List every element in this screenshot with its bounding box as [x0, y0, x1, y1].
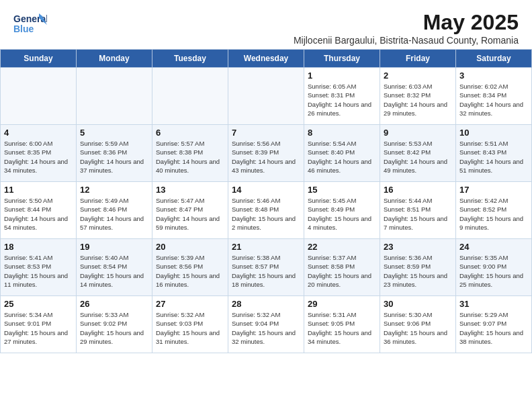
calendar-day-cell: 8Sunrise: 5:54 AMSunset: 8:40 PMDaylight… — [304, 125, 380, 182]
day-number: 3 — [459, 71, 528, 81]
weekday-header-row: SundayMondayTuesdayWednesdayThursdayFrid… — [1, 50, 532, 68]
page-header: General Blue May 2025 Mijlocenii Bargaul… — [0, 0, 532, 49]
calendar-week-row: 11Sunrise: 5:50 AMSunset: 8:44 PMDayligh… — [1, 182, 532, 239]
day-info: Sunrise: 6:02 AMSunset: 8:34 PMDaylight:… — [459, 82, 528, 118]
day-number: 22 — [308, 242, 376, 252]
calendar-table: SundayMondayTuesdayWednesdayThursdayFrid… — [0, 49, 532, 353]
day-number: 24 — [459, 242, 528, 252]
day-info: Sunrise: 5:31 AMSunset: 9:05 PMDaylight:… — [308, 310, 376, 346]
calendar-day-cell: 20Sunrise: 5:39 AMSunset: 8:56 PMDayligh… — [152, 239, 228, 296]
day-number: 20 — [156, 242, 224, 252]
calendar-day-cell: 14Sunrise: 5:46 AMSunset: 8:48 PMDayligh… — [228, 182, 304, 239]
day-number: 23 — [384, 242, 452, 252]
day-info: Sunrise: 5:56 AMSunset: 8:39 PMDaylight:… — [232, 139, 300, 175]
day-number: 26 — [80, 299, 148, 309]
calendar-day-cell: 10Sunrise: 5:51 AMSunset: 8:43 PMDayligh… — [456, 125, 532, 182]
calendar-day-cell: 27Sunrise: 5:32 AMSunset: 9:03 PMDayligh… — [152, 296, 228, 353]
day-number: 17 — [459, 185, 528, 195]
calendar-day-cell: 21Sunrise: 5:38 AMSunset: 8:57 PMDayligh… — [228, 239, 304, 296]
calendar-day-cell: 12Sunrise: 5:49 AMSunset: 8:46 PMDayligh… — [77, 182, 152, 239]
day-number: 28 — [232, 299, 300, 309]
day-info: Sunrise: 5:29 AMSunset: 9:07 PMDaylight:… — [459, 310, 528, 346]
calendar-day-cell — [228, 68, 304, 125]
day-info: Sunrise: 5:54 AMSunset: 8:40 PMDaylight:… — [308, 139, 376, 175]
day-info: Sunrise: 6:00 AMSunset: 8:35 PMDaylight:… — [4, 139, 73, 175]
day-info: Sunrise: 5:36 AMSunset: 8:59 PMDaylight:… — [384, 253, 452, 289]
calendar-day-cell: 25Sunrise: 5:34 AMSunset: 9:01 PMDayligh… — [1, 296, 77, 353]
day-info: Sunrise: 5:50 AMSunset: 8:44 PMDaylight:… — [4, 196, 73, 232]
day-info: Sunrise: 5:33 AMSunset: 9:02 PMDaylight:… — [80, 310, 148, 346]
calendar-day-cell — [1, 68, 77, 125]
calendar-day-cell — [152, 68, 228, 125]
calendar-day-cell: 17Sunrise: 5:42 AMSunset: 8:52 PMDayligh… — [456, 182, 532, 239]
svg-text:Blue: Blue — [13, 24, 34, 34]
calendar-day-cell: 19Sunrise: 5:40 AMSunset: 8:54 PMDayligh… — [77, 239, 152, 296]
calendar-day-cell: 1Sunrise: 6:05 AMSunset: 8:31 PMDaylight… — [304, 68, 380, 125]
day-number: 19 — [80, 242, 148, 252]
day-number: 18 — [4, 242, 73, 252]
day-info: Sunrise: 5:47 AMSunset: 8:47 PMDaylight:… — [156, 196, 224, 232]
calendar-day-cell: 26Sunrise: 5:33 AMSunset: 9:02 PMDayligh… — [77, 296, 152, 353]
day-info: Sunrise: 5:53 AMSunset: 8:42 PMDaylight:… — [384, 139, 452, 175]
weekday-header: Wednesday — [228, 50, 304, 68]
weekday-header: Saturday — [456, 50, 532, 68]
calendar-day-cell: 31Sunrise: 5:29 AMSunset: 9:07 PMDayligh… — [456, 296, 532, 353]
day-number: 27 — [156, 299, 224, 309]
calendar-day-cell: 11Sunrise: 5:50 AMSunset: 8:44 PMDayligh… — [1, 182, 77, 239]
day-info: Sunrise: 5:45 AMSunset: 8:49 PMDaylight:… — [308, 196, 376, 232]
day-number: 29 — [308, 299, 376, 309]
calendar-day-cell: 29Sunrise: 5:31 AMSunset: 9:05 PMDayligh… — [304, 296, 380, 353]
day-number: 8 — [308, 128, 376, 138]
calendar-week-row: 4Sunrise: 6:00 AMSunset: 8:35 PMDaylight… — [1, 125, 532, 182]
day-number: 25 — [4, 299, 73, 309]
day-info: Sunrise: 6:03 AMSunset: 8:32 PMDaylight:… — [384, 82, 452, 118]
calendar-day-cell: 16Sunrise: 5:44 AMSunset: 8:51 PMDayligh… — [380, 182, 456, 239]
day-number: 13 — [156, 185, 224, 195]
calendar-day-cell: 2Sunrise: 6:03 AMSunset: 8:32 PMDaylight… — [380, 68, 456, 125]
logo-icon: General Blue — [13, 10, 47, 37]
day-number: 14 — [232, 185, 300, 195]
weekday-header: Thursday — [304, 50, 380, 68]
calendar-day-cell: 3Sunrise: 6:02 AMSunset: 8:34 PMDaylight… — [456, 68, 532, 125]
calendar-day-cell: 13Sunrise: 5:47 AMSunset: 8:47 PMDayligh… — [152, 182, 228, 239]
calendar-day-cell: 4Sunrise: 6:00 AMSunset: 8:35 PMDaylight… — [1, 125, 77, 182]
title-section: May 2025 Mijlocenii Bargaului, Bistrita-… — [294, 10, 519, 46]
day-info: Sunrise: 5:51 AMSunset: 8:43 PMDaylight:… — [459, 139, 528, 175]
calendar-week-row: 1Sunrise: 6:05 AMSunset: 8:31 PMDaylight… — [1, 68, 532, 125]
day-number: 15 — [308, 185, 376, 195]
day-info: Sunrise: 5:57 AMSunset: 8:38 PMDaylight:… — [156, 139, 224, 175]
day-info: Sunrise: 5:30 AMSunset: 9:06 PMDaylight:… — [384, 310, 452, 346]
weekday-header: Friday — [380, 50, 456, 68]
day-number: 12 — [80, 185, 148, 195]
location-subtitle: Mijlocenii Bargaului, Bistrita-Nasaud Co… — [294, 35, 519, 46]
day-number: 9 — [384, 128, 452, 138]
day-info: Sunrise: 5:34 AMSunset: 9:01 PMDaylight:… — [4, 310, 73, 346]
day-number: 1 — [308, 71, 376, 81]
calendar-day-cell: 18Sunrise: 5:41 AMSunset: 8:53 PMDayligh… — [1, 239, 77, 296]
logo: General Blue — [13, 10, 47, 37]
day-number: 4 — [4, 128, 73, 138]
calendar-day-cell: 9Sunrise: 5:53 AMSunset: 8:42 PMDaylight… — [380, 125, 456, 182]
day-info: Sunrise: 5:35 AMSunset: 9:00 PMDaylight:… — [459, 253, 528, 289]
day-number: 2 — [384, 71, 452, 81]
day-number: 6 — [156, 128, 224, 138]
day-info: Sunrise: 5:40 AMSunset: 8:54 PMDaylight:… — [80, 253, 148, 289]
calendar-day-cell: 24Sunrise: 5:35 AMSunset: 9:00 PMDayligh… — [456, 239, 532, 296]
day-info: Sunrise: 5:32 AMSunset: 9:03 PMDaylight:… — [156, 310, 224, 346]
month-title: May 2025 — [294, 10, 519, 35]
day-number: 21 — [232, 242, 300, 252]
day-number: 5 — [80, 128, 148, 138]
calendar-day-cell: 28Sunrise: 5:32 AMSunset: 9:04 PMDayligh… — [228, 296, 304, 353]
weekday-header: Sunday — [1, 50, 77, 68]
day-number: 30 — [384, 299, 452, 309]
day-number: 16 — [384, 185, 452, 195]
calendar-day-cell: 22Sunrise: 5:37 AMSunset: 8:58 PMDayligh… — [304, 239, 380, 296]
day-number: 10 — [459, 128, 528, 138]
calendar-day-cell: 6Sunrise: 5:57 AMSunset: 8:38 PMDaylight… — [152, 125, 228, 182]
day-info: Sunrise: 5:39 AMSunset: 8:56 PMDaylight:… — [156, 253, 224, 289]
calendar-week-row: 18Sunrise: 5:41 AMSunset: 8:53 PMDayligh… — [1, 239, 532, 296]
calendar-week-row: 25Sunrise: 5:34 AMSunset: 9:01 PMDayligh… — [1, 296, 532, 353]
calendar-day-cell: 5Sunrise: 5:59 AMSunset: 8:36 PMDaylight… — [77, 125, 152, 182]
calendar-day-cell — [77, 68, 152, 125]
day-info: Sunrise: 5:49 AMSunset: 8:46 PMDaylight:… — [80, 196, 148, 232]
